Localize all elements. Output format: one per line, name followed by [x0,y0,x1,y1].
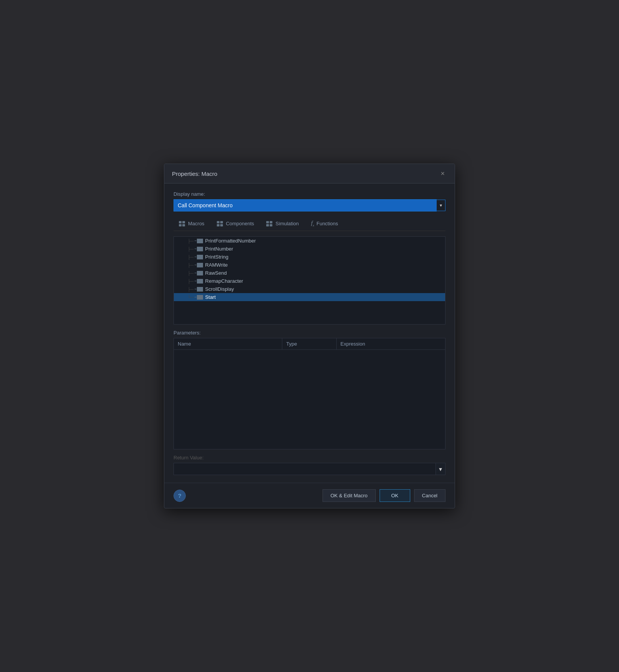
svg-rect-7 [220,224,223,226]
tabs-row: Macros Components Simulation [174,217,445,231]
tree-item-label-1: PrintNumber [205,246,233,252]
parameters-label: Parameters: [174,330,445,336]
display-name-dropdown-btn[interactable]: ▾ [437,200,445,211]
functions-tab-icon: fx [311,220,314,227]
svg-rect-1 [182,221,185,223]
tree-item-icon-1 [197,247,203,251]
connector-3: ├─ [188,263,194,267]
svg-rect-9 [270,221,272,223]
parameters-section: Parameters: Name Type Expression [174,330,445,449]
tree-item-label-7: Start [205,294,216,300]
params-body [174,350,445,419]
connector-1: ├─ [188,247,194,251]
tree-item-label-6: ScrollDisplay [205,286,234,292]
ok-button[interactable]: OK [380,489,410,502]
cancel-button[interactable]: Cancel [414,489,445,502]
return-value-label: Return Value: [174,455,445,461]
tab-components[interactable]: Components [211,218,260,230]
col-name: Name [174,338,282,349]
tree-item-icon-2 [197,255,203,259]
close-button[interactable]: × [438,169,447,178]
svg-rect-5 [220,221,223,223]
macros-tab-icon [179,221,186,226]
svg-rect-10 [266,224,269,226]
tree-item-RAMWrite[interactable]: ├─ RAMWrite [174,261,445,269]
tree-item-icon-5 [197,279,203,284]
components-tab-icon [217,221,224,226]
dialog-footer: ? OK & Edit Macro OK Cancel [164,483,455,508]
properties-macro-dialog: Properties: Macro × Display name: ▾ Macr… [164,164,455,508]
connector-5: ├─ [188,279,194,284]
title-bar: Properties: Macro × [164,164,455,184]
display-name-section: Display name: ▾ [174,191,445,211]
col-type: Type [282,338,337,349]
svg-rect-6 [217,224,219,226]
tree-item-PrintString[interactable]: ├─ PrintString [174,253,445,261]
svg-rect-3 [182,224,185,226]
tree-item-label-0: PrintFormattedNumber [205,238,256,244]
svg-rect-8 [266,221,269,223]
col-expression: Expression [337,338,445,349]
dialog-body: Display name: ▾ Macros [164,184,455,483]
return-input-row: ▾ [174,463,445,475]
svg-rect-11 [270,224,272,226]
parameters-table: Name Type Expression [174,338,445,449]
tree-item-icon-3 [197,263,203,267]
display-name-label: Display name: [174,191,445,197]
tab-functions-label: Functions [316,221,338,226]
params-header: Name Type Expression [174,338,445,350]
connector-6: ├─ [188,287,194,292]
svg-rect-4 [217,221,219,223]
svg-rect-2 [179,224,182,226]
tree-item-icon-6 [197,287,203,292]
return-value-dropdown-btn[interactable]: ▾ [436,463,445,475]
connector-2: ├─ [188,255,194,259]
return-dropdown-arrow: ▾ [439,465,442,473]
tree-item-label-5: RemapCharacter [205,278,243,284]
tree-item-Start[interactable]: └─ Start [174,293,445,301]
tree-item-icon-7 [197,295,203,300]
connector-0: ├─ [188,239,194,243]
tree-item-RemapCharacter[interactable]: ├─ RemapCharacter [174,277,445,285]
connector-4: ├─ [188,271,194,275]
ok-edit-macro-button[interactable]: OK & Edit Macro [323,489,376,502]
display-name-row: ▾ [174,199,445,211]
svg-rect-0 [179,221,182,223]
tree-section: ├─ PrintFormattedNumber ├─ PrintNumber ├… [174,236,445,325]
dialog-title: Properties: Macro [172,170,217,177]
tree-item-label-2: PrintString [205,254,229,260]
tree-item-icon-4 [197,271,203,275]
tab-simulation-label: Simulation [275,221,299,226]
tree-item-RawSend[interactable]: ├─ RawSend [174,269,445,277]
tab-simulation[interactable]: Simulation [261,218,304,230]
tree-scroll[interactable]: ├─ PrintFormattedNumber ├─ PrintNumber ├… [174,237,445,325]
tree-item-PrintFormattedNumber[interactable]: ├─ PrintFormattedNumber [174,237,445,245]
return-value-section: Return Value: ▾ [174,455,445,475]
simulation-tab-icon [266,221,273,226]
return-value-input[interactable] [174,463,436,475]
tab-components-label: Components [226,221,254,226]
tree-item-ScrollDisplay[interactable]: ├─ ScrollDisplay [174,285,445,293]
tree-item-PrintNumber[interactable]: ├─ PrintNumber [174,245,445,253]
tab-macros-label: Macros [188,221,205,226]
connector-7: └─ [188,295,194,300]
tab-functions[interactable]: fx Functions [306,217,344,231]
help-button[interactable]: ? [174,490,186,502]
tab-macros[interactable]: Macros [174,218,210,230]
tree-item-label-4: RawSend [205,270,227,276]
tree-item-icon-0 [197,239,203,243]
tree-item-label-3: RAMWrite [205,262,228,268]
display-name-input[interactable] [174,199,437,211]
